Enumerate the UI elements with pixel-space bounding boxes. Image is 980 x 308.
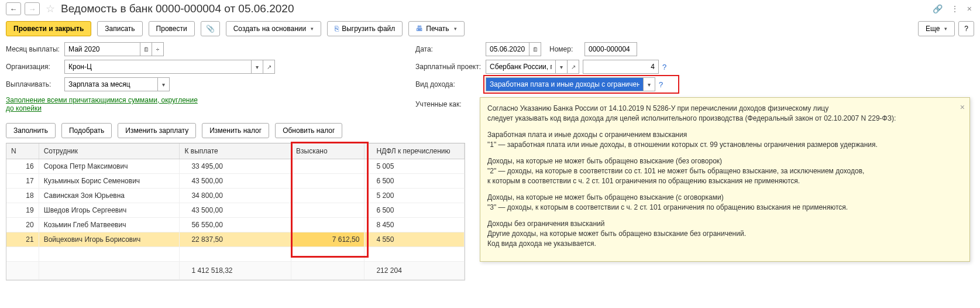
month-stepper[interactable]: ÷ [152, 42, 164, 56]
employees-grid[interactable]: N Сотрудник К выплате Взыскано НДФЛ к пе… [6, 143, 465, 280]
grid-header-row: N Сотрудник К выплате Взыскано НДФЛ к пе… [6, 143, 465, 159]
month-calendar-icon[interactable]: 🗓 [140, 42, 152, 56]
table-row[interactable]: 16 Сорока Петр Максимович 33 495,00 5 00… [6, 159, 465, 174]
org-open-icon[interactable]: ↗ [263, 60, 275, 74]
save-button[interactable]: Записать [97, 21, 142, 36]
table-row[interactable]: 19 Шведов Игорь Сергеевич 43 500,00 6 50… [6, 203, 465, 218]
col-pay-header[interactable]: К выплате [180, 143, 291, 159]
col-n-header[interactable]: N [6, 143, 39, 159]
number-input[interactable] [584, 42, 637, 56]
paperclip-icon: 📎 [206, 25, 215, 33]
org-input[interactable] [64, 60, 252, 74]
table-row[interactable]: 18 Савинская Зоя Юрьевна 34 800,00 5 200 [6, 189, 465, 203]
table-row[interactable]: 17 Кузьминых Борис Семенович 43 500,00 6… [6, 174, 465, 189]
update-tax-button[interactable]: Обновить налог [275, 123, 342, 138]
close-icon[interactable]: × [965, 3, 974, 15]
income-dropdown-icon[interactable] [644, 77, 655, 91]
tooltip-paragraph: Доходы, на которые не может быть обращен… [487, 193, 955, 213]
tooltip-paragraph: Доходы, на которые не может быть обращен… [487, 156, 955, 187]
col-ndfl-header[interactable]: НДФЛ к перечислению [365, 143, 465, 159]
date-label: Дата: [415, 45, 486, 53]
post-and-close-button[interactable]: Провести и закрыть [6, 21, 91, 36]
export-file-button[interactable]: ⎘Выгрузить файл [327, 21, 403, 36]
month-input[interactable] [64, 42, 140, 56]
change-tax-button[interactable]: Изменить налог [202, 123, 269, 138]
kebab-menu-icon[interactable]: ⋮ [948, 3, 961, 15]
accounted-label: Учтенные как: [415, 100, 486, 108]
org-label: Организация: [6, 63, 64, 71]
table-row[interactable]: 20 Козьмин Глеб Матвеевич 56 550,00 8 45… [6, 218, 465, 232]
print-button[interactable]: 🖶Печать▾ [408, 21, 464, 36]
income-type-input[interactable] [486, 77, 644, 91]
main-toolbar: Провести и закрыть Записать Провести 📎 С… [0, 18, 980, 40]
fill-button[interactable]: Заполнить [6, 123, 56, 138]
pay-dropdown-icon[interactable] [158, 77, 170, 91]
grid-footer-row: 1 412 518,32 212 204 [6, 262, 465, 280]
tooltip-paragraph: Доходы без ограничения взысканий Другие … [487, 219, 955, 249]
zp-label: Зарплатный проект: [415, 63, 486, 71]
col-collected-header[interactable]: Взыскано [291, 143, 365, 159]
window-header: ← → ☆ Ведомость в банк 0000-000004 от 05… [0, 0, 980, 18]
link-icon[interactable]: 🔗 [930, 3, 945, 15]
number-label: Номер: [549, 45, 584, 53]
income-help-icon[interactable]: ? [659, 80, 663, 89]
org-dropdown-icon[interactable] [252, 60, 263, 74]
pick-button[interactable]: Подобрать [61, 123, 112, 138]
create-based-on-button[interactable]: Создать на основании▾ [226, 21, 322, 36]
nav-forward-button[interactable]: → [25, 2, 40, 15]
zp-project-input[interactable] [486, 60, 556, 74]
pay-total: 1 412 518,32 [180, 262, 291, 280]
tooltip-paragraph: Согласно Указанию Банка России от 14.10.… [487, 104, 955, 124]
post-button[interactable]: Провести [149, 21, 195, 36]
fill-settings-link[interactable]: Заполнение всеми причитающимися суммами,… [6, 95, 205, 114]
month-label: Месяц выплаты: [6, 45, 64, 53]
pay-label: Выплачивать: [6, 80, 64, 88]
table-row-empty[interactable] [6, 247, 465, 262]
export-icon: ⎘ [335, 25, 339, 33]
help-button[interactable]: ? [958, 21, 974, 36]
page-title: Ведомость в банк 0000-000004 от 05.06.20… [61, 2, 294, 15]
zp-open-icon[interactable]: ↗ [568, 60, 579, 74]
date-calendar-icon[interactable]: 🗓 [529, 42, 541, 56]
zp-dropdown-icon[interactable] [556, 60, 568, 74]
tooltip-close-icon[interactable]: × [960, 101, 965, 113]
attach-button[interactable]: 📎 [201, 21, 220, 36]
zp-help-icon[interactable]: ? [662, 63, 666, 71]
nav-back-button[interactable]: ← [6, 2, 21, 15]
printer-icon: 🖶 [416, 25, 423, 33]
income-type-tooltip: × Согласно Указанию Банка России от 14.1… [480, 97, 970, 262]
tooltip-paragraph: Заработная плата и иные доходы с огранич… [487, 130, 955, 150]
pay-input[interactable] [64, 77, 158, 91]
zp-number-input[interactable] [583, 60, 659, 74]
date-input[interactable] [486, 42, 529, 56]
change-salary-button[interactable]: Изменить зарплату [118, 123, 196, 138]
ndfl-total: 212 204 [365, 262, 465, 280]
table-row-selected[interactable]: 21 Войцехович Игорь Борисович 22 837,50 … [6, 232, 465, 247]
income-label: Вид дохода: [415, 80, 486, 88]
more-button[interactable]: Еще▾ [918, 21, 955, 36]
col-employee-header[interactable]: Сотрудник [39, 143, 180, 159]
favorite-star-icon[interactable]: ☆ [46, 2, 55, 15]
